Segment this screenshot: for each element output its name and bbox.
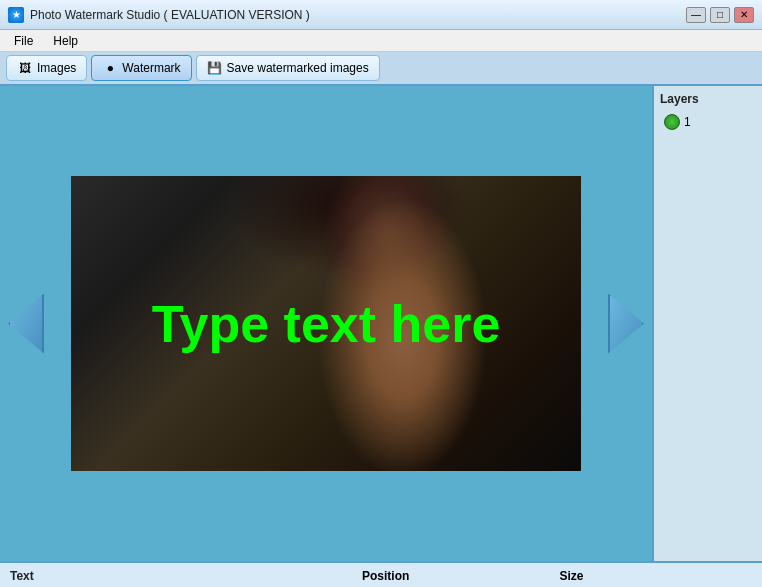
prev-button[interactable] (8, 294, 44, 354)
window-title: Photo Watermark Studio ( EVALUATION VERS… (30, 8, 686, 22)
layer-label-1: 1 (684, 115, 691, 129)
maximize-button[interactable]: □ (710, 7, 730, 23)
menu-bar: File Help (0, 30, 762, 52)
title-bar: ★ Photo Watermark Studio ( EVALUATION VE… (0, 0, 762, 30)
minimize-button[interactable]: — (686, 7, 706, 23)
size-title: Size (559, 569, 659, 583)
menu-help[interactable]: Help (43, 32, 88, 50)
toolbar: 🖼 Images ● Watermark 💾 Save watermarked … (0, 52, 762, 86)
watermark-button[interactable]: ● Watermark (91, 55, 191, 81)
photo-container: Type text here (71, 176, 581, 471)
position-title: Position (362, 569, 543, 583)
window-controls: — □ ✕ (686, 7, 754, 23)
layer-item-1[interactable]: 1 (660, 112, 756, 132)
position-section: Position (362, 569, 543, 587)
images-button[interactable]: 🖼 Images (6, 55, 87, 81)
text-section-title: Text (10, 569, 346, 583)
save-button[interactable]: 💾 Save watermarked images (196, 55, 380, 81)
canvas-area: Type text here (0, 86, 652, 561)
main-content: Type text here Layers 1 (0, 86, 762, 561)
photo-person (71, 176, 581, 471)
size-section: Size Transparency (559, 569, 659, 587)
layers-panel: Layers 1 (652, 86, 762, 561)
photo-background: Type text here (71, 176, 581, 471)
close-button[interactable]: ✕ (734, 7, 754, 23)
watermark-icon: ● (102, 60, 118, 76)
images-icon: 🖼 (17, 60, 33, 76)
text-section: Text Text Font F Arial Times New Roman V… (10, 569, 346, 587)
layers-title: Layers (660, 92, 756, 106)
app-icon: ★ (8, 7, 24, 23)
next-button[interactable] (608, 294, 644, 354)
bottom-controls: Text Text Font F Arial Times New Roman V… (0, 561, 762, 587)
layer-icon-1 (664, 114, 680, 130)
save-icon: 💾 (207, 60, 223, 76)
menu-file[interactable]: File (4, 32, 43, 50)
